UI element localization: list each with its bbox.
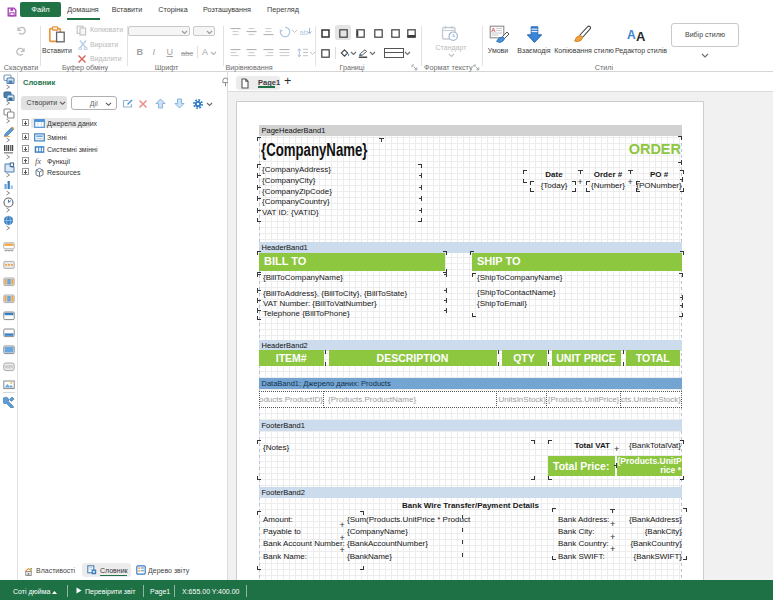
svg-text:ab: ab bbox=[300, 27, 308, 36]
svg-text:A: A bbox=[491, 27, 496, 33]
